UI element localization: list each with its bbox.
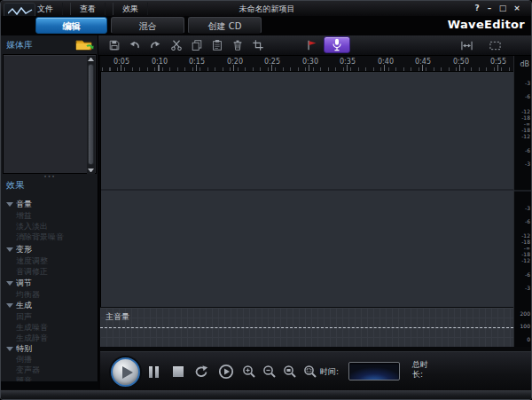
- tab-create-cd[interactable]: 创建 CD: [188, 17, 262, 34]
- media-library-list[interactable]: [3, 54, 97, 174]
- tab-edit[interactable]: 编辑: [35, 17, 107, 34]
- db-tick: -∞: [514, 121, 530, 127]
- help-button[interactable]: ?: [471, 3, 483, 14]
- scroll-down-icon[interactable]: [88, 169, 94, 172]
- zoom-in-icon: [242, 365, 256, 379]
- zoom-all-button[interactable]: [301, 363, 319, 380]
- db-tick: -6: [514, 147, 530, 153]
- minimize-button[interactable]: –: [483, 3, 496, 14]
- db-tick: -3: [514, 80, 530, 86]
- fx-item[interactable]: 淡入淡出: [16, 221, 48, 231]
- db-scale-divider: [514, 190, 532, 192]
- scroll-up-icon[interactable]: [88, 58, 94, 61]
- maximize-button[interactable]: □: [497, 3, 509, 14]
- fit-width-button[interactable]: [458, 37, 475, 53]
- window-bottom-chrome: [1, 389, 532, 400]
- time-tick: 0:45: [411, 58, 434, 66]
- close-button[interactable]: ×: [511, 3, 523, 14]
- fx-item[interactable]: 倒播: [16, 354, 32, 365]
- zoom-out-icon: [262, 365, 277, 379]
- time-label: 时间:: [320, 366, 339, 378]
- open-folder-icon: [75, 37, 94, 51]
- tab-mix[interactable]: 混合: [111, 17, 184, 34]
- copy-button[interactable]: [188, 37, 206, 53]
- db-unit-label: dB: [520, 60, 529, 68]
- master-volume-label: 主音量: [106, 311, 129, 323]
- db-tick: -12: [514, 257, 530, 263]
- volume-envelope-line[interactable]: [100, 327, 513, 328]
- fx-item[interactable]: 均衡器: [16, 289, 40, 300]
- db-tick: -3: [514, 161, 530, 167]
- db-scale-column: dB -3 -6 -12 -18 -∞ -18 -12 -6 -3 -3 -6 …: [513, 56, 532, 347]
- zoom-in-button[interactable]: [240, 363, 258, 380]
- sidebar: 媒体库 ••• 效果 音量 增益 淡入淡出 消除背景噪音 变形 速度调整 音调修…: [1, 35, 98, 381]
- timeline-ruler[interactable]: 0:05 0:10 0:15 0:20 0:25 0:30 0:35 0:40 …: [100, 56, 513, 72]
- play-icon: [122, 366, 133, 379]
- time-tick: 0:10: [148, 58, 171, 66]
- transport-bar: 时间: 总时 长:: [100, 351, 532, 389]
- collapse-triangle-icon: [6, 247, 13, 252]
- fx-group-label: 生成: [16, 301, 32, 310]
- volume-scale-tick: 200: [514, 310, 530, 317]
- menu-view[interactable]: 查看: [70, 3, 106, 15]
- time-tick: 0:25: [261, 58, 284, 66]
- save-icon: [108, 39, 121, 51]
- selection-frame-icon: [489, 40, 502, 51]
- save-button[interactable]: [106, 37, 123, 53]
- db-tick: -12: [514, 232, 530, 239]
- select-region-button[interactable]: [486, 37, 504, 53]
- paste-button[interactable]: [208, 37, 226, 53]
- db-tick: -18: [514, 251, 530, 257]
- db-tick: -6: [514, 218, 530, 224]
- play-button[interactable]: [111, 357, 140, 387]
- marker-button[interactable]: [303, 37, 321, 53]
- stop-button[interactable]: [169, 363, 187, 380]
- zoom-selection-button[interactable]: [281, 363, 299, 380]
- fx-item[interactable]: 音调修正: [16, 266, 48, 277]
- menu-effects[interactable]: 效果: [113, 3, 148, 15]
- media-list-scrollbar[interactable]: [87, 56, 95, 174]
- play-selection-button[interactable]: [217, 363, 235, 380]
- fx-group-special[interactable]: 特别: [6, 343, 32, 354]
- brand-wordmark: WaveEditor: [448, 18, 525, 31]
- fx-group-label: 调节: [16, 278, 32, 287]
- waveform-canvas[interactable]: [100, 72, 513, 307]
- record-button[interactable]: [324, 36, 350, 53]
- volume-scale-tick: 100: [514, 323, 530, 329]
- loop-button[interactable]: [192, 363, 210, 380]
- fx-group-adjust[interactable]: 调节: [6, 278, 32, 288]
- fx-group-volume[interactable]: 音量: [6, 199, 32, 209]
- time-tick: 0:15: [185, 58, 208, 66]
- channel-divider: [101, 189, 514, 191]
- zoom-selection-icon: [283, 365, 297, 379]
- fx-item[interactable]: 速度调整: [16, 255, 48, 266]
- fx-item[interactable]: 生成静音: [16, 333, 48, 343]
- fx-item[interactable]: 回声: [16, 311, 32, 322]
- time-display: [348, 362, 400, 380]
- fx-group-generate[interactable]: 生成: [6, 300, 32, 310]
- undo-button[interactable]: [126, 37, 144, 53]
- fx-item[interactable]: 增益: [16, 210, 32, 221]
- cut-button[interactable]: [168, 37, 185, 53]
- trim-button[interactable]: [249, 37, 267, 53]
- delete-button[interactable]: [229, 37, 246, 53]
- media-library-title: 媒体库: [6, 39, 33, 51]
- pause-button[interactable]: [145, 363, 162, 380]
- import-media-button[interactable]: [75, 37, 94, 55]
- collapse-triangle-icon: [6, 202, 13, 207]
- fx-group-transform[interactable]: 变形: [6, 244, 32, 255]
- collapse-triangle-icon: [6, 281, 13, 286]
- fx-item[interactable]: 变声器: [16, 365, 40, 375]
- fit-width-icon: [460, 40, 473, 51]
- panel-resize-handle[interactable]: •••: [41, 175, 59, 177]
- db-tick: -12: [514, 133, 530, 139]
- master-volume-track[interactable]: 主音量: [100, 307, 513, 347]
- time-tick: 0:50: [450, 58, 473, 66]
- total-duration-line2: 长:: [412, 370, 428, 380]
- redo-button[interactable]: [146, 37, 164, 53]
- scrollbar-thumb[interactable]: [88, 64, 94, 165]
- window-title: 未命名的新项目: [239, 4, 295, 15]
- zoom-out-button[interactable]: [261, 363, 278, 380]
- fx-item[interactable]: 生成噪音: [16, 322, 48, 333]
- fx-item[interactable]: 消除背景噪音: [16, 231, 64, 242]
